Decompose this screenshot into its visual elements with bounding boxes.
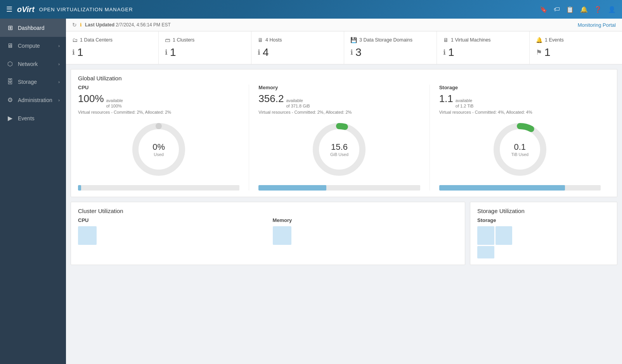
storage-progress-fill (439, 185, 565, 191)
chevron-right-icon: › (58, 43, 60, 48)
storage-available-num: 1.1 (439, 93, 453, 105)
cpu-title: CPU (78, 85, 239, 90)
sidebar-item-administration[interactable]: ⚙ Administration › (0, 91, 66, 109)
storage-sq-1 (477, 226, 494, 245)
tag-icon[interactable]: 🏷 (554, 6, 560, 13)
cluster-utilization-title: Cluster Utilization (71, 202, 465, 217)
topnav-actions: 🔖 🏷 📋 🔔 ❓ 👤 (540, 6, 616, 13)
summary-card-hosts[interactable]: 🖥 4 Hosts ℹ 4 (251, 31, 344, 64)
sidebar-item-label: Dashboard (18, 25, 45, 31)
main-content: ↻ ℹ Last Updated 2/7/2024, 4:56:14 PM ES… (66, 19, 622, 364)
last-updated-label: Last Updated 2/7/2024, 4:56:14 PM EST (85, 22, 171, 28)
memory-utilization: Memory 356.2 available of 371.8 GiB Virt… (249, 85, 430, 191)
refresh-icon[interactable]: ↻ (72, 22, 77, 28)
storage-utilization-section: Storage Utilization Storage (470, 202, 617, 265)
memory-donut-value: 15.6 (330, 142, 348, 152)
storage-available-label: available (456, 98, 473, 103)
summary-card-clusters[interactable]: 🗃 1 Clusters ℹ 1 (159, 31, 251, 64)
summary-card-storage-domains[interactable]: 💾 3 Data Storage Domains ℹ 3 (344, 31, 437, 64)
status-icon: ℹ (443, 48, 446, 57)
monitoring-portal-link[interactable]: Monitoring Portal (578, 22, 616, 28)
events-icon: ▶ (6, 114, 14, 122)
storage-domains-icon: 💾 (350, 37, 357, 43)
storage-title: Storage (439, 85, 601, 90)
storage-utilization-col: Storage 1.1 available of 1.2 TiB Virtual… (430, 85, 610, 191)
summary-card-label: 4 Hosts (265, 37, 282, 43)
sidebar-item-label: Storage (18, 79, 37, 85)
sidebar-item-dashboard[interactable]: ⊞ Dashboard (0, 19, 66, 37)
storage-col: Storage (477, 217, 610, 258)
memory-available-sub: of 371.8 GiB (286, 103, 310, 109)
cluster-memory-chart (273, 226, 291, 245)
status-icon: ℹ (350, 48, 353, 57)
status-icon: ℹ (165, 48, 168, 57)
user-icon[interactable]: 👤 (608, 6, 616, 13)
info-icon: ℹ (80, 22, 82, 28)
bookmark-icon[interactable]: 🔖 (540, 6, 547, 13)
sidebar: ⊞ Dashboard 🖥 Compute › ⬡ Network › 🗄 St… (0, 19, 66, 364)
virtual-machines-icon: 🖥 (443, 37, 449, 43)
cpu-virtual-res: Virtual resources - Committed: 2%, Alloc… (78, 110, 239, 114)
storage-donut-label: TiB Used (511, 152, 528, 157)
chevron-right-icon: › (58, 80, 60, 84)
cpu-utilization: CPU 100% available of 100% Virtual resou… (78, 85, 249, 191)
cpu-available-num: 100% (78, 93, 104, 105)
summary-card-virtual-machines[interactable]: 🖥 1 Virtual Machines ℹ 1 (437, 31, 530, 64)
events-bell-icon: 🔔 (536, 37, 542, 43)
storage-donut-chart: 0.1 TiB Used (439, 118, 601, 191)
compute-icon: 🖥 (6, 42, 14, 49)
storage-util-row: Storage (470, 217, 617, 265)
summary-card-label: 1 Events (545, 37, 564, 43)
dashboard-icon: ⊞ (6, 24, 14, 31)
cpu-available-label: available (106, 98, 123, 103)
help-icon[interactable]: ❓ (594, 6, 602, 13)
global-utilization-section: Global Utilization CPU 100% available of… (71, 69, 617, 197)
memory-progress-bar (258, 185, 420, 191)
memory-available-num: 356.2 (258, 93, 284, 105)
global-utilization-title: Global Utilization (71, 69, 617, 85)
sidebar-item-events[interactable]: ▶ Events (0, 109, 66, 127)
cluster-utilization-section: Cluster Utilization CPU Memory (71, 202, 465, 265)
cluster-memory-col: Memory (273, 217, 458, 245)
sidebar-item-label: Events (18, 115, 35, 121)
storage-progress-bar (439, 185, 601, 191)
storage-available-sub: of 1.2 TiB (456, 103, 473, 109)
cluster-cpu-chart (78, 226, 97, 245)
data-centers-icon: 🗂 (72, 37, 78, 43)
list-icon[interactable]: 📋 (566, 6, 574, 13)
status-icon: ℹ (72, 48, 75, 57)
notification-bell-icon[interactable]: 🔔 (580, 6, 588, 13)
memory-title: Memory (258, 85, 420, 90)
summary-card-label: 3 Data Storage Domains (359, 37, 412, 43)
brand-name: oVirt (17, 5, 35, 14)
summary-card-value: 1 (77, 46, 83, 59)
sidebar-item-network[interactable]: ⬡ Network › (0, 55, 66, 73)
summary-cards: 🗂 1 Data Centers ℹ 1 🗃 1 Clusters ℹ 1 (66, 31, 622, 64)
cluster-memory-title: Memory (273, 217, 458, 223)
summary-card-data-centers[interactable]: 🗂 1 Data Centers ℹ 1 (66, 31, 159, 64)
hosts-icon: 🖥 (258, 37, 263, 43)
top-navigation: ☰ oVirt OPEN VIRTUALIZATION MANAGER 🔖 🏷 … (0, 0, 622, 19)
sidebar-item-compute[interactable]: 🖥 Compute › (0, 37, 66, 55)
status-icon: ℹ (258, 48, 260, 57)
summary-card-events[interactable]: 🔔 1 Events ⚑ 1 (530, 31, 622, 64)
administration-icon: ⚙ (6, 96, 14, 104)
hamburger-menu[interactable]: ☰ (6, 5, 12, 14)
summary-card-label: 1 Clusters (173, 37, 194, 43)
storage-sq-3 (477, 246, 494, 258)
utilization-row: CPU 100% available of 100% Virtual resou… (71, 85, 617, 197)
cpu-progress-bar (78, 185, 239, 191)
summary-card-label: 1 Data Centers (80, 37, 113, 43)
chevron-right-icon: › (58, 98, 60, 102)
summary-card-value: 1 (544, 46, 551, 59)
storage-virtual-res: Virtual resources - Committed: 4%, Alloc… (439, 110, 601, 114)
cluster-cpu-col: CPU (78, 217, 263, 245)
summary-card-value: 1 (448, 46, 454, 59)
storage-sq-empty (496, 246, 513, 258)
network-icon: ⬡ (6, 60, 14, 68)
sidebar-item-label: Administration (18, 97, 52, 103)
sidebar-item-storage[interactable]: 🗄 Storage › (0, 73, 66, 91)
memory-donut-chart: 15.6 GiB Used (258, 118, 420, 191)
cpu-available-sub: of 100% (106, 103, 123, 109)
storage-chart-grid (477, 226, 512, 258)
